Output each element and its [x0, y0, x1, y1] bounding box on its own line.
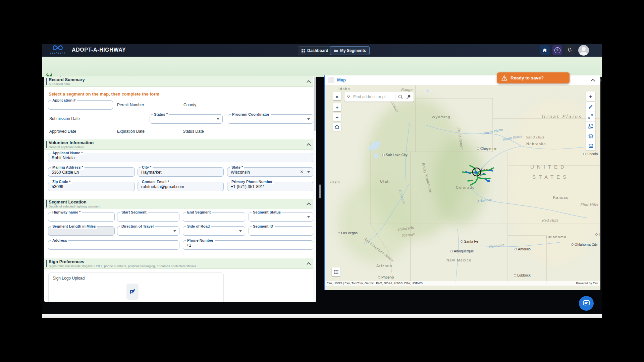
map-label-colorado: Colorado: [398, 189, 406, 204]
map-tab-icon: [328, 77, 334, 83]
map-label-basin: Basin: [330, 180, 340, 184]
search-dropdown-icon[interactable]: [347, 96, 350, 98]
app-header: DELASOFT ADOPT-A-HIGHWAY Dashboard My Se…: [42, 44, 602, 57]
map-label-utah: Utah: [380, 179, 390, 183]
map-label-colorado: Colorado: [397, 225, 414, 232]
map-label-phoenix: Phoenix: [378, 275, 394, 279]
map-panel: Map: [324, 75, 600, 290]
city-field[interactable]: City * Haymarket: [138, 167, 224, 177]
segment-status-select[interactable]: Segment Status: [249, 212, 313, 222]
application-number-field[interactable]: Application #: [48, 100, 113, 110]
panel-splitter[interactable]: [319, 184, 321, 198]
draw-tool-button[interactable]: [586, 102, 595, 112]
map-add-button[interactable]: +: [586, 92, 595, 101]
segment-length-label: Segment Length in Miles: [51, 224, 97, 229]
address-label: Address: [51, 238, 68, 243]
my-segments-button[interactable]: My Segments: [330, 46, 370, 55]
select-arrow-icon: [307, 216, 310, 218]
segment-location-title: Segment Location: [49, 199, 87, 204]
zoom-out-button[interactable]: −: [333, 113, 341, 121]
segment-location-header[interactable]: Segment Location Details of selected hig…: [44, 199, 316, 209]
measure-button[interactable]: [586, 141, 595, 150]
brand-text: DELASOFT: [48, 52, 67, 54]
sign-preferences-header[interactable]: Sign Preferences Signs must not include …: [44, 258, 316, 269]
screen: DELASOFT ADOPT-A-HIGHWAY Dashboard My Se…: [0, 0, 644, 362]
volunteer-form-panel: Record Summary Auto-filled data Select a…: [44, 76, 316, 302]
map-tab-label[interactable]: Map: [337, 77, 346, 82]
approved-date-label: Approved Date: [49, 129, 76, 134]
folder-icon: [334, 49, 338, 53]
pin-tool-icon[interactable]: [406, 95, 411, 100]
collapse-icon[interactable]: [307, 80, 311, 84]
help-nav-button[interactable]: ?: [552, 45, 562, 55]
state-select[interactable]: State * Wisconsin ✕: [227, 167, 313, 177]
map-label-arizona: Arizona: [376, 264, 392, 268]
form-scrollbar-thumb[interactable]: [314, 77, 316, 131]
search-input[interactable]: [353, 94, 395, 100]
collapse-icon[interactable]: [307, 143, 311, 147]
primary-phone-field[interactable]: Primary Phone Number +1 (571) 351-8911: [227, 182, 313, 191]
mailing-address-field[interactable]: Mailing Address * 5360 Cattle Ln: [48, 167, 135, 177]
search-icon[interactable]: [398, 95, 403, 100]
map-label-north-platte: North Platte: [483, 128, 503, 135]
address-field[interactable]: Address: [48, 240, 179, 250]
notifications-button[interactable]: [565, 45, 575, 55]
bottom-scroll-strip[interactable]: [42, 314, 602, 318]
basemap-gallery-button[interactable]: [586, 122, 595, 131]
phone-number-label: Phone Number: [186, 238, 215, 243]
zip-code-value: 53099: [52, 184, 63, 189]
volunteer-info-header[interactable]: Volunteer Information General applicant …: [44, 139, 316, 150]
start-segment-field[interactable]: Start Segment: [117, 212, 179, 222]
map-attribution: Esri, USGS | Esri, TomTom, Garmin, FAO, …: [325, 281, 600, 286]
chat-button[interactable]: [579, 296, 594, 311]
select-arrow-icon: [173, 230, 176, 232]
home-extent-icon: [335, 125, 339, 129]
fullscreen-button[interactable]: [586, 112, 595, 122]
pencil-icon: [588, 105, 593, 109]
phone-number-field[interactable]: Phone Number +1: [183, 240, 313, 250]
map-label-tulsa: Tulsa: [595, 232, 600, 236]
dashboard-label: Dashboard: [307, 48, 328, 53]
zoom-in-button[interactable]: +: [333, 103, 341, 111]
delasoft-logo[interactable]: DELASOFT: [48, 45, 67, 56]
applicant-name-value: Rohit Netala: [52, 156, 75, 160]
layers-icon: [588, 134, 593, 138]
map-search-box[interactable]: [344, 92, 414, 102]
user-avatar[interactable]: [578, 45, 589, 56]
side-of-road-select[interactable]: Side of Road: [183, 226, 245, 236]
home-button[interactable]: [540, 45, 550, 55]
map-label-great-plains: Great Plains: [541, 114, 582, 119]
map-label-flint-hills: Flint Hills: [580, 203, 598, 207]
map-canvas[interactable]: IdahoWyomingNebraskaUtahColoradoKansasOk…: [325, 85, 600, 290]
form-scrollbar[interactable]: [313, 76, 316, 302]
collapse-search-button[interactable]: «: [333, 92, 341, 100]
basemap-grid-icon: [588, 124, 593, 129]
clear-icon[interactable]: ✕: [300, 169, 304, 174]
start-segment-label: Start Segment: [120, 210, 148, 215]
applicant-name-field[interactable]: Applicant Name * Rohit Netala: [48, 153, 313, 162]
panel-gutter: [316, 76, 324, 302]
ready-to-save-toast[interactable]: Ready to save?: [497, 72, 570, 83]
legend-button[interactable]: [332, 267, 340, 276]
map-label-salt-lake-city: Salt Lake City: [382, 153, 408, 157]
collapse-icon[interactable]: [591, 79, 595, 83]
zip-code-field[interactable]: Zip Code * 53099: [48, 182, 135, 191]
program-coordinator-select[interactable]: Program Coordinator: [228, 114, 313, 124]
state-value: Wisconsin: [231, 170, 250, 175]
map-label-santa-fe: Santa Fe: [461, 239, 478, 243]
collapse-icon[interactable]: [307, 202, 311, 207]
status-select[interactable]: Status *: [150, 114, 223, 124]
layers-button[interactable]: [586, 131, 595, 141]
highway-name-field[interactable]: Highway name *: [48, 212, 115, 222]
collapse-icon[interactable]: [307, 262, 311, 266]
legend-list-icon: [334, 270, 339, 274]
default-extent-button[interactable]: [333, 123, 341, 131]
segment-id-field[interactable]: Segment ID: [249, 226, 313, 236]
highway-segments-cluster[interactable]: [456, 157, 503, 194]
upload-image-button[interactable]: [126, 284, 139, 300]
status-date-label: Status Date: [183, 129, 204, 134]
record-summary-header[interactable]: Record Summary Auto-filled data: [44, 76, 316, 87]
direction-of-travel-select[interactable]: Direction of Travel: [117, 226, 179, 236]
end-segment-field[interactable]: End Segment: [183, 212, 245, 222]
contact-email-field[interactable]: Contact Email * rohitnetala@gmail.com: [138, 182, 224, 191]
